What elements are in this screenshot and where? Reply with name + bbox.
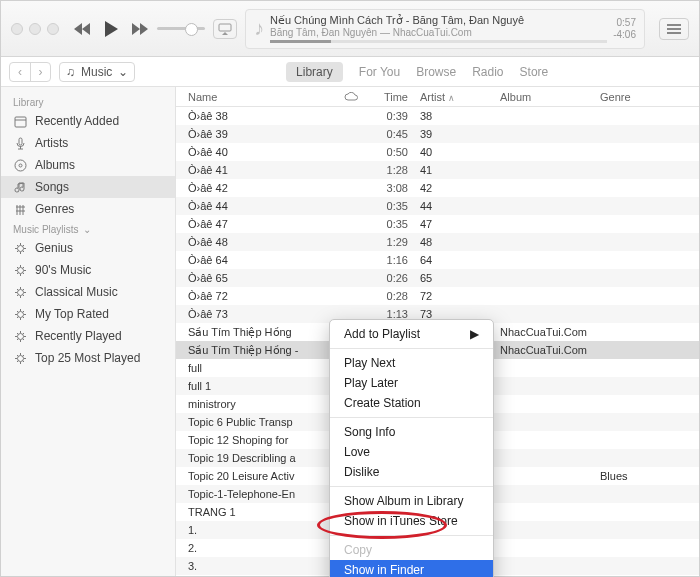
playback-controls: [73, 20, 149, 38]
tab-store[interactable]: Store: [520, 65, 549, 79]
track-name: Topic 6 Public Transp: [176, 416, 344, 428]
menu-item-label: Add to Playlist: [344, 327, 420, 341]
play-icon[interactable]: [103, 20, 119, 38]
menu-item-show-album-in-library[interactable]: Show Album in Library: [330, 491, 493, 511]
track-name: TRANG 1: [176, 506, 344, 518]
menu-item-play-next[interactable]: Play Next: [330, 353, 493, 373]
col-album[interactable]: Album: [494, 91, 594, 103]
track-row[interactable]: Ò›âê 470:3547: [176, 215, 699, 233]
track-row[interactable]: Ò›âê 720:2872: [176, 287, 699, 305]
track-row[interactable]: Ò›âê 481:2948: [176, 233, 699, 251]
track-name: Ò›âê 44: [176, 200, 344, 212]
track-artist: 44: [414, 200, 494, 212]
track-name: Topic 12 Shoping for: [176, 434, 344, 446]
menu-item-play-later[interactable]: Play Later: [330, 373, 493, 393]
sidebar-item-top-25-most-played[interactable]: Top 25 Most Played: [1, 347, 175, 369]
track-name: Ò›âê 72: [176, 290, 344, 302]
track-name: Ò›âê 64: [176, 254, 344, 266]
sidebar-item-90-s-music[interactable]: 90's Music: [1, 259, 175, 281]
cloud-icon: [344, 92, 358, 102]
menu-item-show-in-finder[interactable]: Show in Finder: [330, 560, 493, 577]
col-name[interactable]: Name: [176, 91, 344, 103]
menu-item-love[interactable]: Love: [330, 442, 493, 462]
zoom-icon[interactable]: [47, 23, 59, 35]
sidebar-item-my-top-rated[interactable]: My Top Rated: [1, 303, 175, 325]
submenu-arrow-icon: ▶: [470, 327, 479, 341]
track-row[interactable]: Ò›âê 390:4539: [176, 125, 699, 143]
col-cloud[interactable]: [344, 92, 374, 102]
track-time: 3:08: [374, 182, 414, 194]
svg-point-3: [15, 160, 26, 171]
menu-item-add-to-playlist[interactable]: Add to Playlist▶: [330, 324, 493, 344]
forward-button[interactable]: ›: [30, 63, 50, 81]
sidebar-item-genius[interactable]: Genius: [1, 237, 175, 259]
menu-item-label: Show Album in Library: [344, 494, 463, 508]
tab-browse[interactable]: Browse: [416, 65, 456, 79]
sidebar-item-artists[interactable]: Artists: [1, 132, 175, 154]
track-artist: 72: [414, 290, 494, 302]
track-name: Topic 19 Describling a: [176, 452, 344, 464]
forward-icon[interactable]: [131, 22, 149, 36]
track-row[interactable]: Ò›âê 650:2665: [176, 269, 699, 287]
sidebar-item-label: Albums: [35, 158, 75, 172]
minimize-icon[interactable]: [29, 23, 41, 35]
sidebar-item-classical-music[interactable]: Classical Music: [1, 281, 175, 303]
track-name: full 1: [176, 380, 344, 392]
airplay-button[interactable]: [213, 19, 237, 39]
volume-control[interactable]: [157, 27, 205, 30]
track-artist: 41: [414, 164, 494, 176]
time-elapsed: 0:57: [617, 17, 636, 28]
gear-icon: [13, 286, 27, 299]
airplay-icon: [218, 23, 232, 35]
sidebar-item-albums[interactable]: Albums: [1, 154, 175, 176]
track-row[interactable]: Ò›âê 423:0842: [176, 179, 699, 197]
track-row[interactable]: Ò›âê 411:2841: [176, 161, 699, 179]
tab-for-you[interactable]: For You: [359, 65, 400, 79]
svg-rect-2: [19, 138, 22, 145]
context-menu: Add to Playlist▶Play NextPlay LaterCreat…: [329, 319, 494, 577]
track-row[interactable]: Ò›âê 641:1664: [176, 251, 699, 269]
tab-radio[interactable]: Radio: [472, 65, 503, 79]
track-row[interactable]: Ò›âê 440:3544: [176, 197, 699, 215]
progress-bar[interactable]: [270, 40, 607, 43]
list-view-button[interactable]: [659, 18, 689, 40]
sidebar-item-recently-added[interactable]: Recently Added: [1, 110, 175, 132]
close-icon[interactable]: [11, 23, 23, 35]
col-genre[interactable]: Genre: [594, 91, 699, 103]
track-time: 0:39: [374, 110, 414, 122]
col-time[interactable]: Time: [374, 91, 414, 103]
source-selector[interactable]: ♫ Music ⌄: [59, 62, 135, 82]
gear-icon: [13, 352, 27, 365]
tab-library[interactable]: Library: [286, 62, 343, 82]
menu-item-show-in-itunes-store[interactable]: Show in iTunes Store: [330, 511, 493, 531]
track-row[interactable]: Ò›âê 400:5040: [176, 143, 699, 161]
menu-item-label: Show in iTunes Store: [344, 514, 458, 528]
menu-item-create-station[interactable]: Create Station: [330, 393, 493, 413]
rewind-icon[interactable]: [73, 22, 91, 36]
nav-bar: ‹ › ♫ Music ⌄ LibraryFor YouBrowseRadioS…: [1, 57, 699, 87]
track-name: 2.: [176, 542, 344, 554]
track-name: Ò›âê 39: [176, 128, 344, 140]
back-button[interactable]: ‹: [10, 63, 30, 81]
volume-slider[interactable]: [157, 27, 205, 30]
menu-separator: [330, 417, 493, 418]
col-artist[interactable]: Artist ∧: [414, 91, 494, 103]
menu-item-song-info[interactable]: Song Info: [330, 422, 493, 442]
source-label: Music: [81, 65, 112, 79]
toolbar: ♪ Nếu Chúng Mình Cách Trở - Băng Tâm, Đa…: [1, 1, 699, 57]
lcd-panel: ♪ Nếu Chúng Mình Cách Trở - Băng Tâm, Đa…: [245, 9, 645, 49]
menu-separator: [330, 348, 493, 349]
menu-item-dislike[interactable]: Dislike: [330, 462, 493, 482]
sidebar-item-label: My Top Rated: [35, 307, 109, 321]
track-name: ministrory: [176, 398, 344, 410]
menu-item-label: Play Later: [344, 376, 398, 390]
track-genre: Blues: [594, 470, 699, 482]
sidebar-item-songs[interactable]: Songs: [1, 176, 175, 198]
sidebar-item-genres[interactable]: Genres: [1, 198, 175, 220]
track-time: 0:50: [374, 146, 414, 158]
track-name: Ò›âê 47: [176, 218, 344, 230]
track-row[interactable]: Ò›âê 380:3938: [176, 107, 699, 125]
sidebar-item-recently-played[interactable]: Recently Played: [1, 325, 175, 347]
svg-rect-1: [15, 117, 26, 127]
sidebar-head-playlists[interactable]: Music Playlists ⌄: [1, 220, 175, 237]
